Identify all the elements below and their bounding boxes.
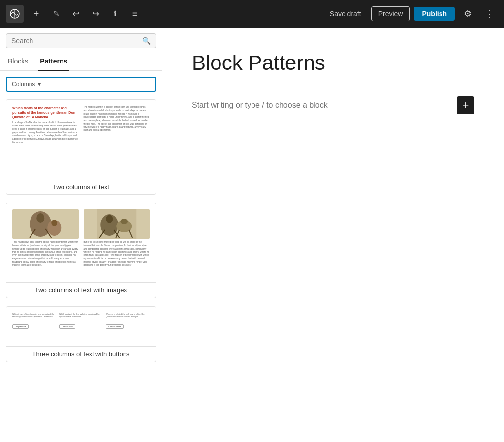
top-bar: + ✎ ↩ ↪ ℹ ≡ Save draft Preview Publish ⚙… — [0, 0, 504, 28]
pattern-preview-two-col-images: They must know, then, that the above-nam… — [6, 203, 156, 282]
search-wrap: 🔍 — [6, 33, 156, 48]
sidebar: 🔍 Blocks Patterns Columns ▾ Which treats — [0, 28, 162, 442]
list-view-button[interactable]: ≡ — [126, 5, 144, 23]
preview-btn-two: Chapter Two — [59, 324, 75, 329]
preview-three-body1: Which treats of the character and pursui… — [12, 313, 56, 318]
preview-btn-three: Chapter Three — [106, 324, 124, 329]
add-block-button[interactable]: + — [457, 96, 474, 114]
main-layout: 🔍 Blocks Patterns Columns ▾ Which treats — [0, 28, 504, 442]
wp-logo[interactable] — [6, 5, 24, 23]
settings-button[interactable]: ⚙ — [459, 5, 476, 23]
svg-point-8 — [51, 220, 57, 226]
preview-three-body2: Which treats of the first sally the inge… — [59, 313, 103, 318]
pattern-list: Which treats of the character and pursui… — [0, 95, 162, 366]
pattern-label-two-col-text: Two columns of text — [6, 179, 156, 194]
sidebar-tabs: Blocks Patterns — [0, 52, 162, 71]
page-title: Block Patterns — [192, 51, 474, 75]
sidebar-search-area: 🔍 — [0, 28, 162, 52]
columns-filter-dropdown[interactable]: Columns ▾ — [6, 77, 156, 92]
pattern-label-three-col-buttons: Three columns of text with buttons — [6, 346, 156, 362]
pattern-preview-three-col-buttons: Which treats of the character and pursui… — [6, 307, 156, 346]
publish-button[interactable]: Publish — [414, 7, 455, 21]
preview-body1-text: In a village of La Mancha, the name of w… — [12, 121, 79, 144]
pattern-card-two-col-text[interactable]: Which treats of the character and pursui… — [6, 99, 156, 195]
pattern-label-two-col-images: Two columns of text with images — [6, 282, 156, 298]
svg-point-11 — [106, 215, 113, 223]
filter-selected-label: Columns — [12, 81, 35, 88]
preview-img-body-left: They must know, then, that the above-nam… — [12, 241, 79, 267]
preview-title-text: Which treats of the character and pursui… — [12, 106, 79, 119]
preview-body2-text: The rest of it went in a doublet of fine… — [84, 106, 150, 132]
preview-button[interactable]: Preview — [371, 6, 410, 21]
undo-button[interactable]: ↩ — [67, 5, 85, 23]
editor-placeholder-area: Start writing or type / to choose a bloc… — [192, 91, 474, 120]
preview-three-body3: Wherein is related the droll way in whic… — [106, 313, 150, 318]
search-input[interactable] — [11, 37, 142, 45]
preview-img-body-right: But of all these none moved he fixed so … — [84, 241, 150, 267]
svg-point-4 — [36, 213, 44, 223]
editor-placeholder-text[interactable]: Start writing or type / to choose a bloc… — [192, 101, 328, 110]
sidebar-filter: Columns ▾ — [0, 71, 162, 95]
preview-btn-one: Chapter One — [12, 324, 29, 329]
pattern-card-two-col-images[interactable]: They must know, then, that the above-nam… — [6, 203, 156, 298]
pattern-preview-two-col-text: Which treats of the character and pursui… — [6, 100, 156, 179]
top-bar-actions: Save draft Preview Publish ⚙ ⋮ — [324, 5, 498, 23]
pattern-card-three-col-buttons[interactable]: Which treats of the character and pursui… — [6, 306, 156, 362]
tab-patterns[interactable]: Patterns — [38, 52, 69, 71]
redo-button[interactable]: ↪ — [87, 5, 104, 23]
chevron-down-icon: ▾ — [38, 81, 41, 88]
info-button[interactable]: ℹ — [106, 5, 124, 23]
tab-blocks[interactable]: Blocks — [6, 52, 30, 71]
save-draft-button[interactable]: Save draft — [324, 7, 367, 21]
more-options-button[interactable]: ⋮ — [480, 5, 498, 23]
svg-point-15 — [120, 219, 128, 224]
add-block-toolbar-button[interactable]: + — [28, 5, 45, 23]
search-icon: 🔍 — [142, 37, 151, 45]
content-area: Block Patterns Start writing or type / t… — [162, 28, 504, 442]
preview-image-left — [12, 209, 79, 239]
edit-button[interactable]: ✎ — [47, 5, 65, 23]
preview-image-right — [84, 209, 150, 239]
